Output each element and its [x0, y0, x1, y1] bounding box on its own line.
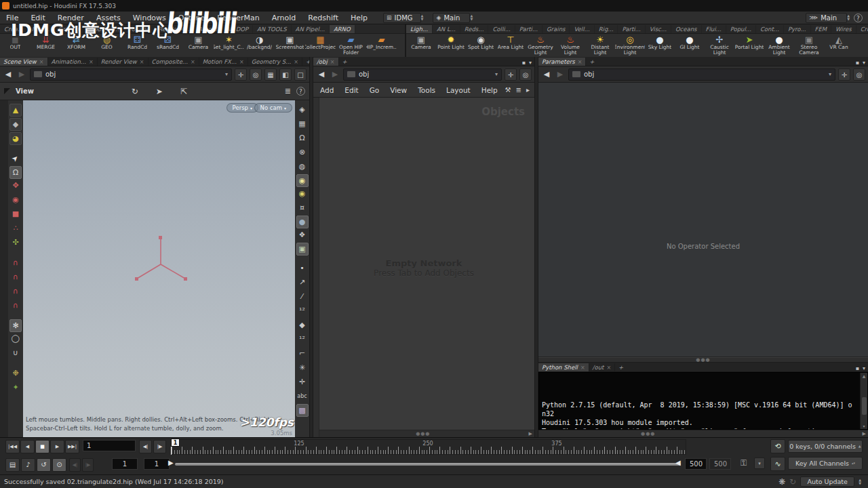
right-desktop-selector[interactable]: ⋙ Main: [806, 13, 847, 23]
pane-tab[interactable]: Composite... ×: [149, 58, 199, 66]
view-tool-icon[interactable]: ↻: [132, 87, 138, 96]
shelf-tab[interactable]: Visc...: [646, 25, 671, 33]
display-panel-icon[interactable]: □: [294, 68, 307, 81]
shelf-tab[interactable]: AN Pipel...: [292, 25, 330, 33]
range-slider-track[interactable]: [175, 463, 681, 466]
tab-close-icon[interactable]: ×: [578, 59, 583, 65]
viewport-help-icon[interactable]: ?: [296, 87, 305, 96]
scrollbar-grip[interactable]: ●●●: [641, 431, 655, 436]
menu-item[interactable]: Arnold: [266, 14, 302, 22]
pane-tab[interactable]: Render View ×: [98, 58, 149, 66]
shelf-tool[interactable]: ♨ Geometry Light: [526, 35, 555, 57]
display-option-icon[interactable]: ◉: [296, 174, 309, 187]
refresh-icon[interactable]: ↻: [789, 477, 796, 487]
shelf-tool[interactable]: ✹ Point Light: [436, 35, 466, 57]
desktop-selector[interactable]: ⊞ IDMG: [383, 13, 421, 23]
shelf-tab[interactable]: Crowds: [856, 25, 868, 33]
step-forward-button[interactable]: |▶: [153, 440, 166, 453]
timeline-ruler[interactable]: 125250375: [171, 439, 686, 455]
shelf-tool[interactable]: ▣ Screenshot: [275, 35, 305, 57]
shelf-tool[interactable]: ◉ Spot Light: [466, 35, 496, 57]
range-end-field[interactable]: 500: [685, 458, 707, 470]
console-horizontal-scrollbar[interactable]: ●●● ▶: [538, 430, 868, 437]
range-end-field-b[interactable]: 500: [709, 458, 731, 470]
tab-close-icon[interactable]: ×: [606, 365, 611, 371]
material-ball-icon[interactable]: ◧: [279, 68, 292, 81]
wrench-icon[interactable]: ⚒: [505, 86, 511, 94]
forward-button[interactable]: ▶: [555, 70, 566, 79]
pane-tab[interactable]: Parameters ×: [538, 58, 586, 66]
shelf-tab[interactable]: Cont...: [756, 25, 784, 33]
shelf-tab[interactable]: AN TOOLS: [253, 25, 292, 33]
shelf-tool[interactable]: ● Ambient Light: [764, 35, 794, 57]
network-menu-item[interactable]: Edit: [339, 86, 363, 94]
pin-icon[interactable]: ✛: [235, 68, 247, 81]
viewport-tool-icon[interactable]: ✦: [9, 381, 22, 395]
new-tab-button[interactable]: +: [586, 58, 597, 66]
pane-tab[interactable]: /obj ×: [313, 58, 339, 66]
key-all-channels-button[interactable]: Key All Channels ▴▾: [788, 457, 863, 470]
range-start-field-b[interactable]: 1: [144, 458, 170, 470]
tab-close-icon[interactable]: ×: [89, 59, 94, 65]
pin-icon[interactable]: ✛: [838, 68, 850, 81]
viewport-tool-icon[interactable]: ✥: [9, 179, 22, 193]
pane-maximize-icon[interactable]: ▪: [522, 60, 526, 66]
pane-menu-icon[interactable]: ▾: [863, 60, 865, 66]
global-frame-button[interactable]: ⊙: [52, 458, 66, 472]
console-vertical-scrollbar[interactable]: ▲ ▾: [860, 373, 867, 429]
shelf-tab[interactable]: Ligh...: [406, 25, 433, 33]
forward-button[interactable]: ▶: [330, 70, 340, 79]
tab-close-icon[interactable]: ×: [39, 59, 44, 65]
shelf-tool[interactable]: ⊤ Area Light: [496, 35, 526, 57]
range-slider-right-handle[interactable]: ◀: [675, 459, 681, 466]
viewport-tool-icon[interactable]: ∴: [9, 222, 22, 236]
viewport-tool-icon[interactable]: ❉: [9, 367, 22, 381]
viewport-tool-icon[interactable]: ∩: [9, 270, 22, 285]
chevron-right-icon[interactable]: ▸: [526, 86, 530, 94]
display-option-icon[interactable]: ↗: [296, 276, 309, 290]
horizontal-splitter[interactable]: ●●●: [538, 357, 868, 363]
display-option-icon[interactable]: ▩: [296, 404, 309, 417]
update-mode-stepper[interactable]: ▲▼: [859, 479, 861, 485]
display-option-icon[interactable]: ✛: [296, 375, 309, 390]
shelf-tool[interactable]: ➤ Portal Light: [734, 35, 764, 57]
update-mode-button[interactable]: Auto Update: [800, 476, 854, 487]
network-menu-item[interactable]: Help: [476, 86, 503, 94]
shelf-tab[interactable]: ARNO: [330, 25, 355, 33]
pane-tab[interactable]: Scene View ×: [0, 58, 48, 66]
shelf-tool[interactable]: ▣ Stereo Camera: [794, 35, 824, 57]
main-desktop-stepper[interactable]: ▲▼: [470, 14, 473, 21]
scene-path-dropdown[interactable]: obj ▾: [30, 68, 232, 81]
follow-playbar-button[interactable]: ▤: [5, 458, 20, 472]
viewport-tool-icon[interactable]: ✣: [9, 236, 22, 250]
viewport-tool-icon[interactable]: ∩: [9, 256, 22, 270]
viewport-tool-icon[interactable]: ∩: [9, 299, 22, 313]
shelf-tab[interactable]: Parti...: [515, 25, 542, 33]
stop-button[interactable]: ■: [35, 440, 50, 453]
network-horizontal-scrollbar[interactable]: ●●● ▶: [319, 430, 534, 437]
tree-list-icon[interactable]: ≣: [516, 86, 521, 94]
display-option-icon[interactable]: ✳: [296, 361, 309, 375]
display-option-icon[interactable]: ¹²: [296, 333, 309, 347]
shelf-tab[interactable]: FEM: [811, 25, 832, 33]
display-option-icon[interactable]: Ω: [296, 131, 309, 146]
display-option-icon[interactable]: ❖: [296, 228, 309, 243]
key-icon[interactable]: ⚿: [741, 458, 747, 468]
shelf-tool[interactable]: ☀ Distant Light: [585, 35, 615, 57]
play-reverse-button[interactable]: ◀: [20, 440, 35, 453]
tab-close-icon[interactable]: ×: [191, 59, 195, 65]
key-options-dropdown[interactable]: ▾: [754, 458, 765, 469]
display-option-icon[interactable]: •: [296, 262, 309, 276]
snapshot-cube-icon[interactable]: ▦: [264, 68, 277, 81]
shelf-tab[interactable]: Flui...: [702, 25, 726, 33]
display-option-icon[interactable]: ◆: [296, 319, 309, 333]
display-option-icon[interactable]: ¤: [296, 201, 309, 216]
shelf-tool[interactable]: ▰ Open HIP Folder: [336, 35, 366, 57]
shelf-tab[interactable]: Pyro...: [784, 25, 811, 33]
viewport-tool-icon[interactable]: ◕: [9, 132, 22, 145]
network-path-dropdown[interactable]: obj ▾: [343, 68, 502, 81]
pane-tab[interactable]: /out ×: [589, 363, 616, 371]
forward-button[interactable]: ▶: [16, 70, 27, 79]
current-frame-field[interactable]: 1: [83, 440, 136, 451]
python-console[interactable]: Python 2.7.15 (default, Apr 8 2019, 15:3…: [538, 372, 868, 430]
